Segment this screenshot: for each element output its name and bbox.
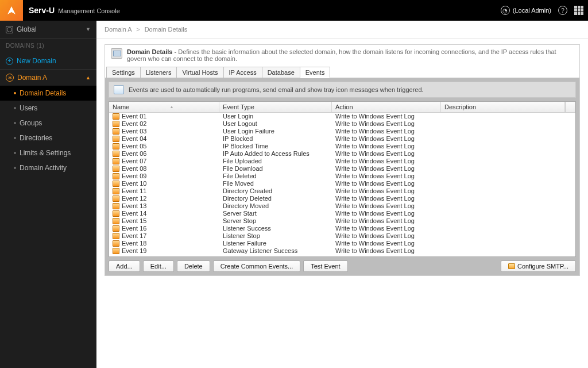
- sidebar-global[interactable]: Global ▼: [0, 21, 96, 39]
- event-row-icon: [113, 158, 119, 164]
- table-row[interactable]: Event 01User LoginWrite to Windows Event…: [109, 113, 575, 120]
- top-bar: Serv-U Management Console ◔ (Local Admin…: [0, 0, 588, 21]
- domain-gear-icon: ✲: [6, 74, 14, 82]
- event-icon: [114, 85, 124, 94]
- table-row[interactable]: Event 19Gateway Listener SuccessWrite to…: [109, 247, 575, 255]
- create-common-events-button[interactable]: Create Common Events...: [213, 260, 301, 272]
- event-row-icon: [113, 151, 119, 157]
- table-row[interactable]: Event 10File MovedWrite to Windows Event…: [109, 180, 575, 187]
- table-row[interactable]: Event 05IP Blocked TimeWrite to Windows …: [109, 143, 575, 150]
- breadcrumb: Domain A > Domain Details: [96, 21, 588, 39]
- scrollbar-header: [565, 102, 575, 112]
- tab-virtual-hosts[interactable]: Virtual Hosts: [176, 67, 223, 78]
- tab-events[interactable]: Events: [300, 67, 331, 78]
- brand-subtitle: Management Console: [58, 7, 120, 14]
- event-row-icon: [113, 240, 119, 247]
- globe-icon: [6, 26, 13, 33]
- bullet-icon: [14, 137, 16, 139]
- user-icon: ◔: [501, 6, 510, 15]
- event-row-icon: [113, 195, 119, 202]
- configure-smtp-button[interactable]: Configure SMTP...: [501, 260, 576, 272]
- tabs: SettingsListenersVirtual HostsIP AccessD…: [105, 67, 579, 78]
- column-header-type[interactable]: Event Type: [219, 102, 332, 112]
- sidebar: Global ▼ DOMAINS (1) + New Domain ✲ Doma…: [0, 21, 96, 368]
- test-event-button[interactable]: Test Event: [303, 260, 347, 272]
- table-row[interactable]: Event 13Directory MovedWrite to Windows …: [109, 202, 575, 210]
- event-row-icon: [113, 143, 119, 150]
- sidebar-item-users[interactable]: Users: [0, 101, 96, 116]
- sort-indicator: ▴: [171, 104, 173, 109]
- delete-button[interactable]: Delete: [177, 260, 210, 272]
- event-row-icon: [113, 113, 119, 120]
- table-row[interactable]: Event 03User Login FailureWrite to Windo…: [109, 128, 575, 135]
- table-row[interactable]: Event 08File DownloadWrite to Windows Ev…: [109, 165, 575, 172]
- event-row-icon: [113, 121, 119, 127]
- sidebar-domains-header: DOMAINS (1): [0, 39, 96, 53]
- event-row-icon: [113, 188, 119, 194]
- event-row-icon: [113, 210, 119, 217]
- add-button[interactable]: Add...: [109, 260, 140, 272]
- table-row[interactable]: Event 06IP Auto Added to Access RulesWri…: [109, 150, 575, 158]
- info-bar: Events are used to automatically run pro…: [109, 82, 576, 98]
- event-row-icon: [113, 203, 119, 209]
- page-icon: [111, 48, 122, 59]
- breadcrumb-domain[interactable]: Domain A: [105, 26, 131, 33]
- new-domain-button[interactable]: + New Domain: [0, 53, 96, 69]
- event-row-icon: [113, 218, 119, 224]
- table-row[interactable]: Event 15Server StopWrite to Windows Even…: [109, 217, 575, 225]
- bullet-icon: [14, 167, 16, 169]
- event-row-icon: [113, 233, 119, 239]
- sidebar-item-groups[interactable]: Groups: [0, 116, 96, 131]
- column-header-name[interactable]: Name▴: [109, 102, 219, 112]
- event-row-icon: [113, 128, 119, 135]
- sidebar-domain-a[interactable]: ✲ Domain A ▲: [0, 69, 96, 86]
- chevron-up-icon: ▲: [86, 75, 91, 80]
- column-header-description[interactable]: Description: [441, 102, 565, 112]
- tab-database[interactable]: Database: [262, 67, 300, 78]
- edit-button[interactable]: Edit...: [143, 260, 174, 272]
- table-row[interactable]: Event 07File UploadedWrite to Windows Ev…: [109, 158, 575, 165]
- tab-listeners[interactable]: Listeners: [140, 67, 177, 78]
- brand-name: Serv-U: [29, 6, 55, 15]
- table-row[interactable]: Event 16Listener SuccessWrite to Windows…: [109, 225, 575, 232]
- column-header-action[interactable]: Action: [332, 102, 441, 112]
- table-row[interactable]: Event 17Listener StopWrite to Windows Ev…: [109, 232, 575, 240]
- events-grid: Name▴ Event Type Action Description Even…: [109, 101, 576, 257]
- brand-logo: [0, 0, 23, 21]
- table-row[interactable]: Event 02User LogoutWrite to Windows Even…: [109, 120, 575, 128]
- bullet-icon: [14, 92, 16, 94]
- sidebar-item-domain-activity[interactable]: Domain Activity: [0, 160, 96, 175]
- table-row[interactable]: Event 14Server StartWrite to Windows Eve…: [109, 210, 575, 217]
- table-row[interactable]: Event 18Listener FailureWrite to Windows…: [109, 240, 575, 247]
- bullet-icon: [14, 107, 16, 109]
- apps-icon[interactable]: [574, 6, 583, 15]
- user-menu[interactable]: ◔ (Local Admin): [501, 6, 551, 15]
- tab-settings[interactable]: Settings: [106, 67, 141, 78]
- user-label: (Local Admin): [513, 7, 551, 14]
- bullet-icon: [14, 122, 16, 124]
- grid-body[interactable]: Event 01User LoginWrite to Windows Event…: [109, 113, 575, 256]
- sidebar-item-directories[interactable]: Directories: [0, 131, 96, 145]
- plus-icon: +: [6, 57, 13, 65]
- table-row[interactable]: Event 11Directory CreatedWrite to Window…: [109, 187, 575, 195]
- event-row-icon: [113, 173, 119, 179]
- bullet-icon: [14, 152, 16, 154]
- page-description: Domain Details - Defines the basic infor…: [105, 45, 579, 66]
- smtp-icon: [508, 263, 515, 269]
- sidebar-item-limits-settings[interactable]: Limits & Settings: [0, 145, 96, 160]
- event-row-icon: [113, 136, 119, 142]
- table-row[interactable]: Event 04IP BlockedWrite to Windows Event…: [109, 135, 575, 143]
- help-icon[interactable]: ?: [558, 6, 567, 15]
- sidebar-item-domain-details[interactable]: Domain Details: [0, 86, 96, 101]
- event-row-icon: [113, 166, 119, 172]
- tab-ip-access[interactable]: IP Access: [223, 67, 262, 78]
- event-row-icon: [113, 181, 119, 187]
- table-row[interactable]: Event 12Directory DeletedWrite to Window…: [109, 195, 575, 202]
- event-row-icon: [113, 225, 119, 232]
- content-area: Domain A > Domain Details Domain Details…: [96, 21, 588, 368]
- chevron-down-icon: ▼: [86, 26, 91, 32]
- table-row[interactable]: Event 09File DeletedWrite to Windows Eve…: [109, 172, 575, 180]
- event-row-icon: [113, 248, 119, 254]
- breadcrumb-page: Domain Details: [145, 26, 188, 33]
